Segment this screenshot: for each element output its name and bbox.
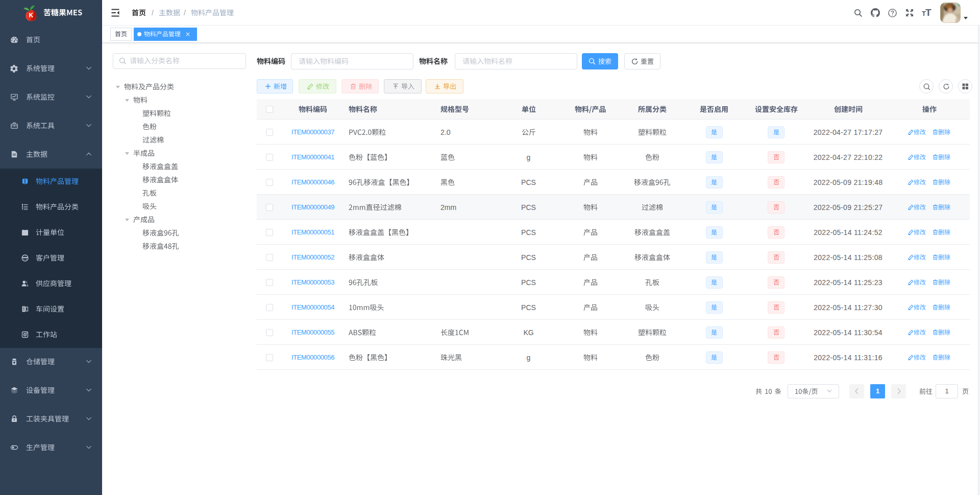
svg-text:T: T — [925, 8, 932, 18]
svg-text:K: K — [29, 12, 34, 19]
